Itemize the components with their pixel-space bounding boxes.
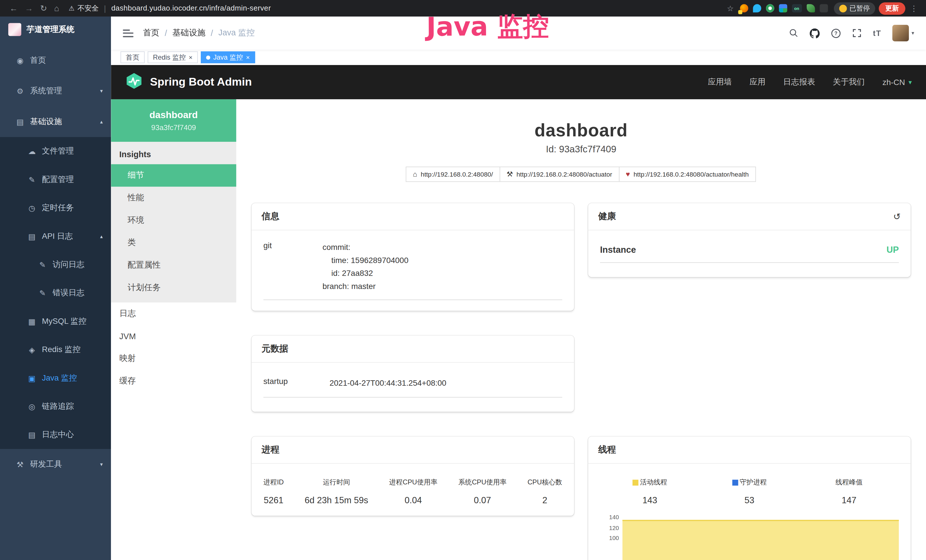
font-size-icon[interactable]: tT bbox=[873, 29, 882, 37]
sba-nav-journal[interactable]: 日志报表 bbox=[783, 77, 815, 87]
doc-icon: ▤ bbox=[26, 232, 38, 241]
legend-label: 守护进程 bbox=[740, 478, 767, 487]
chevron-down-icon: ▾ bbox=[100, 88, 103, 94]
link-service-url[interactable]: ⌂ http://192.168.0.2:48080/ bbox=[406, 166, 500, 182]
user-avatar[interactable] bbox=[893, 25, 909, 41]
sba-nav-applications[interactable]: 应用 bbox=[749, 77, 766, 87]
paused-label: 已暂停 bbox=[850, 4, 870, 12]
menu-item-caches[interactable]: 缓存 bbox=[111, 370, 236, 392]
hamburger-icon[interactable] bbox=[123, 29, 133, 37]
menu-item-jvm[interactable]: JVM bbox=[111, 325, 236, 348]
extension-badge bbox=[738, 10, 742, 14]
sidebar-item-config-management[interactable]: ✎ 配置管理 bbox=[0, 165, 111, 194]
reload-icon[interactable]: ↻ bbox=[36, 4, 50, 12]
extension-on-icon[interactable]: on bbox=[792, 4, 802, 12]
instance-header[interactable]: dashboard 93a3fc7f7409 bbox=[111, 99, 236, 142]
info-row-git: git commit: time: 1596289704000 id: 27aa… bbox=[263, 241, 562, 300]
metadata-row-startup: startup 2021-04-27T00:44:31.254+08:00 bbox=[263, 377, 562, 398]
back-icon[interactable]: ← bbox=[6, 4, 21, 12]
breadcrumb-section[interactable]: 基础设施 bbox=[172, 28, 205, 38]
link-label: http://192.168.0.2:48080/ bbox=[421, 171, 493, 178]
sidebar-item-infra[interactable]: ▤ 基础设施 ▴ bbox=[0, 106, 111, 137]
link-health-url[interactable]: ♥ http://192.168.0.2:48080/actuator/heal… bbox=[619, 166, 756, 182]
url-text[interactable]: dashboard.yudao.iocoder.cn/infra/admin-s… bbox=[111, 4, 271, 12]
extension-icon-1[interactable] bbox=[740, 4, 748, 12]
github-icon[interactable] bbox=[809, 28, 820, 38]
home-icon[interactable]: ⌂ bbox=[51, 4, 63, 12]
menu-item-environment[interactable]: 环境 bbox=[111, 209, 236, 232]
sidebar-item-redis-monitor[interactable]: ◈ Redis 监控 bbox=[0, 336, 111, 364]
breadcrumb: 首页 / 基础设施 / Java 监控 bbox=[143, 28, 255, 38]
card-title: 信息 bbox=[251, 203, 574, 230]
help-icon[interactable]: ? bbox=[831, 28, 841, 38]
sidebar-item-label: Redis 监控 bbox=[42, 344, 103, 355]
app-logo[interactable]: 芋道管理系统 bbox=[0, 17, 111, 42]
sidebar-item-home[interactable]: ◉ 首页 bbox=[0, 45, 111, 76]
sidebar-item-system[interactable]: ⚙ 系统管理 ▾ bbox=[0, 76, 111, 106]
link-actuator-url[interactable]: ⚒ http://192.168.0.2:48080/actuator bbox=[499, 166, 619, 182]
sba-logo-icon[interactable] bbox=[125, 72, 143, 92]
cards-grid: 信息 git commit: time: 1596289704000 id: 2… bbox=[236, 203, 926, 560]
card-title: 线程 bbox=[589, 437, 911, 464]
menu-item-performance[interactable]: 性能 bbox=[111, 186, 236, 209]
search-icon[interactable] bbox=[789, 28, 799, 38]
sidebar-item-trace[interactable]: ◎ 链路追踪 bbox=[0, 392, 111, 421]
instance-id-label: Id: 93a3fc7f7409 bbox=[236, 144, 926, 154]
sidebar-item-java-monitor[interactable]: ▣ Java 监控 bbox=[0, 364, 111, 392]
extension-leaf-icon[interactable] bbox=[806, 4, 815, 12]
avatar-caret-icon[interactable]: ▾ bbox=[911, 30, 914, 36]
health-instance-row[interactable]: Instance UP bbox=[600, 244, 899, 263]
close-icon[interactable]: × bbox=[189, 54, 192, 61]
sidebar-item-access-logs[interactable]: ✎ 访问日志 bbox=[0, 250, 111, 279]
legend-value: 143 bbox=[600, 495, 699, 505]
locale-select[interactable]: zh-CN ▾ bbox=[882, 77, 912, 86]
tab-redis-monitor[interactable]: Redis 监控 × bbox=[148, 51, 198, 63]
sba-nav-about[interactable]: 关于我们 bbox=[833, 77, 865, 87]
y-tick: 140 bbox=[600, 515, 619, 525]
tab-home[interactable]: 首页 bbox=[120, 51, 145, 63]
update-button[interactable]: 更新 bbox=[879, 2, 905, 14]
security-label[interactable]: 不安全 bbox=[77, 3, 99, 13]
close-icon[interactable]: × bbox=[246, 54, 250, 61]
menu-item-scheduled-tasks[interactable]: 计划任务 bbox=[111, 277, 236, 299]
insights-group: Insights 细节 性能 环境 类 配置属性 计划任务 bbox=[111, 142, 236, 303]
extension-icon-4[interactable] bbox=[779, 4, 787, 12]
threads-card-title: 线程 bbox=[598, 445, 616, 456]
bookmark-star-icon[interactable]: ☆ bbox=[723, 5, 737, 12]
menu-item-logs[interactable]: 日志 bbox=[111, 303, 236, 325]
history-icon[interactable]: ↺ bbox=[893, 211, 900, 222]
fullscreen-icon[interactable] bbox=[852, 28, 862, 38]
tab-java-monitor[interactable]: Java 监控 × bbox=[201, 51, 255, 63]
legend-value: 147 bbox=[799, 495, 899, 505]
sidebar-item-log-center[interactable]: ▤ 日志中心 bbox=[0, 421, 111, 449]
app-sidebar: 芋道管理系统 ◉ 首页 ⚙ 系统管理 ▾ ▤ 基础设施 ▴ bbox=[0, 17, 111, 560]
health-card-title: 健康 bbox=[598, 211, 616, 222]
edit-icon: ✎ bbox=[26, 175, 38, 184]
link-label: http://192.168.0.2:48080/actuator bbox=[516, 171, 612, 178]
git-branch-line: branch: master bbox=[322, 280, 562, 293]
menu-item-mappings[interactable]: 映射 bbox=[111, 348, 236, 370]
menu-item-config-properties[interactable]: 配置属性 bbox=[111, 254, 236, 277]
column-value: 0.04 bbox=[389, 495, 437, 505]
forward-icon[interactable]: → bbox=[21, 4, 37, 12]
extension-puzzle-icon[interactable] bbox=[819, 4, 828, 12]
tools-icon: ⚒ bbox=[14, 460, 26, 469]
menu-item-details[interactable]: 细节 bbox=[111, 164, 236, 187]
sidebar-item-file-management[interactable]: ☁ 文件管理 bbox=[0, 137, 111, 165]
active-threads-swatch bbox=[632, 480, 638, 486]
sidebar-item-scheduled-jobs[interactable]: ◷ 定时任务 bbox=[0, 194, 111, 222]
sidebar-item-api-logs[interactable]: ▤ API 日志 ▴ bbox=[0, 222, 111, 250]
legend-label: 活动线程 bbox=[640, 478, 667, 487]
browser-menu-icon[interactable]: ⋮ bbox=[905, 5, 920, 12]
menu-item-classes[interactable]: 类 bbox=[111, 232, 236, 254]
sidebar-item-mysql-monitor[interactable]: ▦ MySQL 监控 bbox=[0, 307, 111, 336]
breadcrumb-home[interactable]: 首页 bbox=[143, 28, 159, 38]
sidebar-item-error-logs[interactable]: ✎ 错误日志 bbox=[0, 279, 111, 307]
legend-active-threads: 活动线程 143 bbox=[600, 478, 699, 505]
sba-nav-wallboard[interactable]: 应用墙 bbox=[708, 77, 732, 87]
sidebar-item-devtools[interactable]: ⚒ 研发工具 ▾ bbox=[0, 449, 111, 480]
extension-icon-3[interactable] bbox=[766, 4, 774, 12]
extension-icon-2[interactable] bbox=[753, 4, 761, 12]
breadcrumb-separator: / bbox=[165, 28, 167, 38]
profile-paused-badge[interactable]: 已暂停 bbox=[834, 2, 875, 14]
